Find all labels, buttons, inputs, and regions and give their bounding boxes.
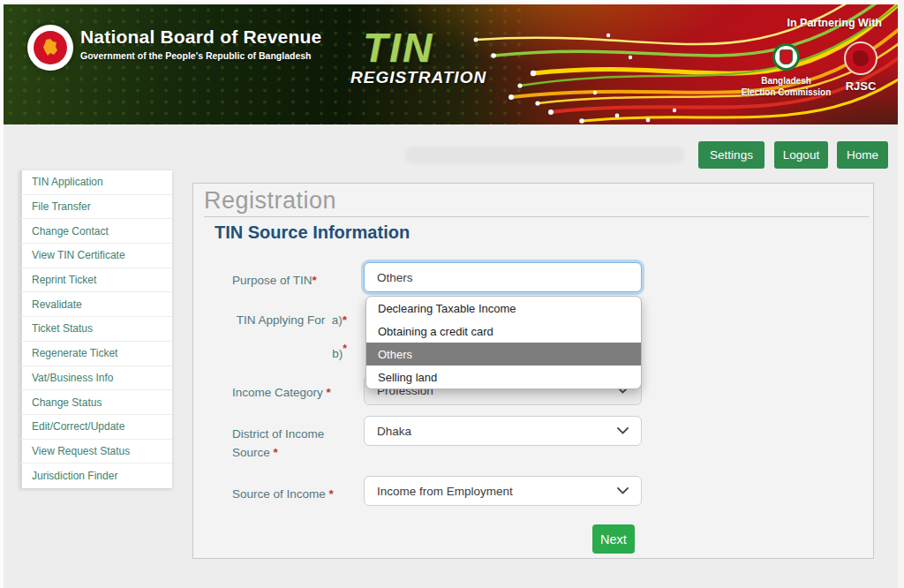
purpose-of-tin-value: Others (377, 271, 413, 284)
sidebar-item-vat-business-info[interactable]: Vat/Business Info (19, 366, 172, 391)
source-of-income-select[interactable]: Income from Employment (364, 476, 642, 506)
purpose-dropdown-list: Declearing Taxable Income Obtaining a cr… (365, 296, 642, 389)
source-of-income-label: Source of Income * (232, 485, 350, 503)
purpose-of-tin-label: Purpose of TIN* (232, 271, 350, 290)
sidebar-item-change-contact[interactable]: Change Contact (19, 219, 172, 244)
sidebar-item-change-status[interactable]: Change Status (19, 390, 172, 415)
required-asterisk: * (343, 343, 347, 355)
tin-logo-subtitle: REGISTRATION (350, 68, 486, 87)
dropdown-option-selling-land[interactable]: Selling land (366, 366, 641, 388)
chevron-down-icon (617, 487, 629, 494)
required-asterisk: * (327, 386, 331, 399)
rjsc-label: RJSC (840, 79, 881, 93)
election-commission-logo (772, 43, 800, 71)
dropdown-option-declearing-taxable-income[interactable]: Declearing Taxable Income (366, 297, 641, 320)
rjsc-logo (844, 41, 878, 75)
required-asterisk: * (313, 274, 317, 287)
rjsc-emblem (853, 50, 869, 66)
sidebar-item-jurisdiction-finder[interactable]: Jurisdiction Finder (19, 464, 172, 488)
header-banner: National Board of Revenue Government of … (4, 4, 898, 124)
redacted-user-info (404, 147, 685, 163)
section-title: TIN Source Information (215, 222, 410, 243)
election-commission-label: Bangladesh Election Commission (731, 76, 841, 98)
sidebar-item-view-tin-certificate[interactable]: View TIN Certificate (19, 244, 172, 268)
sidebar-menu: TIN Application File Transfer Change Con… (19, 170, 172, 488)
election-commission-emblem (780, 49, 793, 64)
required-asterisk: * (274, 446, 278, 459)
sidebar-item-regenerate-ticket[interactable]: Regenerate Ticket (19, 342, 172, 366)
required-asterisk: * (343, 313, 347, 327)
chevron-down-icon (617, 427, 629, 434)
bangladesh-map-icon (39, 36, 62, 59)
sidebar-item-edit-correct-update[interactable]: Edit/Correct/Update (19, 415, 172, 440)
title-divider (204, 216, 869, 217)
dropdown-option-obtaining-credit-card[interactable]: Obtaining a credit card (366, 320, 641, 343)
election-commission-block: Bangladesh Election Commission (731, 43, 841, 98)
settings-button[interactable]: Settings (698, 141, 765, 169)
rjsc-block: RJSC (840, 41, 881, 93)
source-of-income-value: Income from Employment (377, 485, 513, 498)
income-category-label: Income Category * (232, 383, 350, 402)
partnering-label: In Partnering With (787, 17, 882, 29)
org-subtitle: Government of the People's Republic of B… (80, 50, 321, 61)
window-frame-right (898, 0, 904, 588)
window-frame-left (0, 0, 4, 588)
tin-applying-for-a-label: TIN Applying For a)* (232, 313, 347, 327)
required-asterisk: * (329, 487, 334, 501)
nbr-logo (27, 25, 73, 71)
district-of-income-source-label: District of Income Source * (232, 425, 350, 462)
sidebar-item-file-transfer[interactable]: File Transfer (19, 195, 172, 220)
window-frame-top (0, 0, 904, 4)
sidebar-item-revalidate[interactable]: Revalidate (19, 292, 172, 317)
nbr-logo-emblem (34, 31, 67, 64)
tin-logo-title: TIN (363, 24, 486, 72)
district-of-income-source-select[interactable]: Dhaka (364, 416, 642, 446)
sidebar-item-view-request-status[interactable]: View Request Status (19, 440, 172, 464)
tin-applying-for-b-label: b)* (232, 347, 347, 360)
district-value: Dhaka (377, 425, 411, 438)
tin-logo-block: TIN REGISTRATION (350, 24, 486, 87)
logout-button[interactable]: Logout (774, 141, 828, 169)
sidebar-item-ticket-status[interactable]: Ticket Status (19, 317, 172, 342)
page-title: Registration (204, 187, 336, 215)
next-button[interactable]: Next (592, 524, 635, 554)
org-title-block: National Board of Revenue Government of … (80, 26, 321, 61)
org-name: National Board of Revenue (80, 26, 321, 48)
home-button[interactable]: Home (837, 141, 888, 169)
purpose-of-tin-select[interactable]: Others (364, 262, 642, 292)
dropdown-option-others-selected[interactable]: Others (366, 343, 641, 366)
registration-panel: Registration TIN Source Information Purp… (192, 183, 874, 559)
sidebar-item-reprint-ticket[interactable]: Reprint Ticket (19, 268, 172, 293)
sidebar-item-tin-application[interactable]: TIN Application (19, 170, 172, 195)
